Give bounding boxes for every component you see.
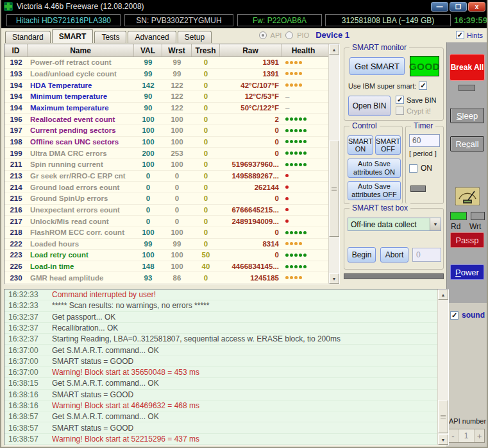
log-entry: 16:38:57Get S.M.A.R.T. command... OK: [4, 411, 437, 422]
smart-status-indicator: GOOD: [410, 56, 439, 76]
tab-smart[interactable]: SMART: [52, 29, 94, 43]
col-wrst[interactable]: Wrst: [162, 44, 192, 56]
log-timestamp: 16:32:37: [4, 323, 44, 332]
cell-id: 197: [4, 126, 28, 134]
tab-setup[interactable]: Setup: [178, 31, 212, 43]
minimize-button[interactable]: —: [431, 2, 448, 12]
table-row[interactable]: 217Unlock/Mis read count0002489194009...: [4, 216, 328, 227]
cell-val: 100: [134, 138, 162, 146]
smart-attributes-table[interactable]: ID Name VAL Wrst Tresh Raw Health 192Pow…: [4, 44, 340, 284]
crypt-label: Crypt it!: [407, 107, 431, 115]
autosave-on-button[interactable]: Auto Save attributes ON: [348, 159, 401, 178]
sleep-button[interactable]: Sleep: [450, 108, 484, 123]
table-row[interactable]: 194Minimum temperature90122012°C/53°F–: [4, 91, 328, 103]
api-number-spinner: - 1 +: [448, 429, 485, 443]
tab-tests[interactable]: Tests: [94, 31, 126, 43]
ibm-smart-checkbox[interactable]: ✓: [419, 82, 427, 90]
tab-standard[interactable]: Standard: [5, 31, 51, 43]
test-param-input[interactable]: 0: [412, 248, 441, 262]
begin-button[interactable]: Begin: [348, 247, 376, 263]
test-type-select[interactable]: Off-line data collect ▼: [348, 218, 441, 231]
log-timestamp: 16:32:37: [4, 313, 44, 322]
log-scrollbar-thumb[interactable]: [438, 400, 448, 433]
cell-val: 90: [134, 104, 162, 112]
smart-off-button[interactable]: SMART OFF: [375, 135, 401, 155]
table-row[interactable]: 194HDA Temperature142122042°C/107°F: [4, 80, 328, 91]
log-entry: 16:32:33***** Scan results: no warnings,…: [4, 300, 437, 311]
col-name[interactable]: Name: [28, 44, 134, 56]
period-label: [ period ]: [409, 150, 437, 157]
table-row[interactable]: 214Ground load errors eount000262144: [4, 182, 328, 193]
tab-advanced[interactable]: Advanced: [128, 31, 176, 43]
cell-val: 99: [134, 58, 162, 66]
table-row[interactable]: 218FlashROM ECC corr. count10010000: [4, 227, 328, 239]
write-led-label: Wrt: [469, 222, 481, 231]
cell-wrst: 100: [162, 263, 192, 270]
power-button[interactable]: Power: [450, 264, 484, 280]
save-bin-checkbox[interactable]: ✓: [396, 96, 404, 104]
table-row[interactable]: 197Current pending sectors10010000: [4, 125, 328, 137]
log-timestamp: 16:37:00: [4, 346, 44, 355]
api-radio-label: API: [271, 31, 282, 39]
scroll-up-icon[interactable]: ▲: [329, 44, 339, 55]
recall-button[interactable]: Recall: [450, 136, 484, 151]
chevron-down-icon[interactable]: ▼: [430, 218, 441, 230]
table-row[interactable]: 199Ultra DMA CRC errors20025300: [4, 148, 328, 159]
smart-on-button[interactable]: SMART ON: [348, 135, 373, 155]
restore-button[interactable]: ❐: [450, 2, 467, 12]
close-button[interactable]: x: [468, 2, 485, 12]
right-control-strip: Break All Sleep Recall Rd Wrt Passp Powe…: [446, 42, 487, 303]
table-row[interactable]: 215Ground SpinUp errors0000: [4, 193, 328, 205]
passport-button[interactable]: Passp: [450, 232, 484, 248]
table-row[interactable]: 213Gr seek err/RRO-C ERP cnt000149588926…: [4, 171, 328, 182]
table-row[interactable]: 230GMR head amplitude938601245185: [4, 272, 328, 284]
cell-val: 200: [134, 150, 162, 157]
cell-name: Ground SpinUp errors: [28, 194, 134, 202]
table-row[interactable]: 226Load-in time148100404466834145...: [4, 261, 328, 273]
col-health[interactable]: Health: [282, 44, 325, 56]
table-row[interactable]: 222Loaded hours999908314: [4, 239, 328, 250]
sound-checkbox[interactable]: ✓: [450, 311, 459, 320]
cell-name: Load-in time: [28, 263, 134, 270]
col-raw[interactable]: Raw: [220, 44, 282, 56]
col-val[interactable]: VAL: [134, 44, 162, 56]
table-row[interactable]: 211Spin running current10010005196937960…: [4, 159, 328, 171]
pio-radio[interactable]: [285, 31, 293, 39]
cell-raw: 2: [220, 116, 282, 123]
log-scrollbar[interactable]: ▲ ▼: [437, 289, 448, 445]
table-row[interactable]: 194Maximum temperature90122050°C/122°F–: [4, 103, 328, 114]
spin-minus-button[interactable]: -: [448, 429, 459, 442]
table-row[interactable]: 193Load/unload cycle count999901391: [4, 69, 328, 80]
scroll-down-icon[interactable]: ▼: [329, 273, 339, 284]
spin-plus-button[interactable]: +: [474, 429, 484, 442]
col-id[interactable]: ID: [4, 44, 28, 56]
health-indicator: [282, 129, 325, 132]
log-listbox[interactable]: 16:32:33Command interrupted by user!16:3…: [4, 289, 449, 445]
col-tresh[interactable]: Tresh: [192, 44, 220, 56]
cell-tresh: 0: [192, 172, 220, 180]
table-row[interactable]: 216Unexpectant errors eount0006766645215…: [4, 205, 328, 216]
table-scrollbar-thumb[interactable]: [329, 141, 339, 237]
scroll-down-icon[interactable]: ▼: [438, 435, 448, 445]
table-row[interactable]: 192Power-off retract count999901391: [4, 57, 328, 69]
table-row[interactable]: 196Reallocated event count10010002: [4, 114, 328, 125]
scroll-up-icon[interactable]: ▲: [438, 289, 448, 300]
table-scrollbar[interactable]: ▲ ▼: [328, 44, 339, 284]
table-row[interactable]: 198Offline scan UNC sectors10010000: [4, 137, 328, 148]
break-all-button[interactable]: Break All: [450, 54, 485, 81]
log-message: SMART status = GOOD: [44, 390, 133, 399]
table-row[interactable]: 223Load retry count100100500: [4, 250, 328, 261]
api-radio[interactable]: [259, 31, 267, 39]
health-indicator: [282, 163, 325, 166]
title-bar[interactable]: Victoria 4.46b Freeware (12.08.2008) — ❐…: [1, 0, 488, 13]
crypt-checkbox[interactable]: ✓: [396, 107, 404, 115]
timer-on-checkbox[interactable]: ✓: [409, 164, 417, 173]
drive-model[interactable]: Hitachi HDS721616PLA380: [6, 14, 121, 26]
health-indicator: [282, 276, 325, 279]
hints-checkbox[interactable]: ✓: [456, 31, 464, 39]
timer-input[interactable]: 60: [409, 134, 440, 147]
autosave-off-button[interactable]: Auto Save attributes OFF: [348, 181, 401, 200]
get-smart-button[interactable]: Get SMART: [349, 57, 405, 75]
abort-button[interactable]: Abort: [380, 247, 408, 263]
open-bin-button[interactable]: Open BIN: [348, 96, 391, 116]
